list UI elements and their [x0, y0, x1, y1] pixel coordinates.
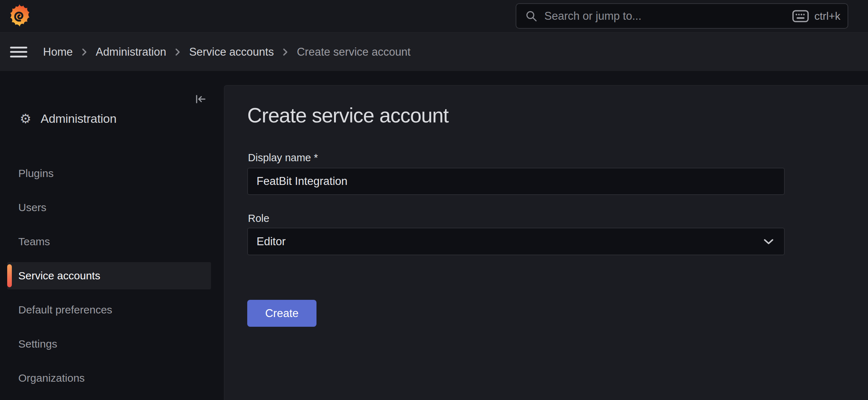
sidebar-item-organizations[interactable]: Organizations [7, 364, 211, 392]
sidebar-item-default-preferences[interactable]: Default preferences [7, 296, 211, 324]
sidebar-item-users[interactable]: Users [7, 194, 211, 221]
gear-icon: ⚙ [20, 112, 31, 125]
collapse-sidebar-button[interactable] [193, 91, 208, 107]
grafana-app-window: ctrl+k Home Administration Service accou… [0, 0, 868, 400]
grafana-logo-icon[interactable] [9, 3, 29, 28]
dock-left-icon [194, 92, 207, 106]
breadcrumb-home[interactable]: Home [43, 46, 73, 59]
sidebar-item-service-accounts[interactable]: Service accounts [7, 262, 211, 289]
shortcut-label: ctrl+k [814, 10, 840, 22]
global-search-box[interactable]: ctrl+k [516, 3, 848, 29]
sidebar-item-plugins[interactable]: Plugins [7, 160, 211, 187]
main-content-panel: Create service account Display name * Ro… [224, 85, 868, 400]
sidebar-item-settings[interactable]: Settings [7, 330, 211, 358]
chevron-down-icon [763, 238, 775, 246]
sidebar-item-teams[interactable]: Teams [7, 228, 211, 255]
breadcrumb-toolbar: Home Administration Service accounts Cre… [0, 33, 868, 71]
role-label: Role [248, 213, 269, 224]
create-button[interactable]: Create [247, 300, 316, 327]
breadcrumb: Home Administration Service accounts Cre… [43, 46, 410, 59]
role-select[interactable]: Editor [247, 228, 785, 255]
chevron-right-icon [174, 47, 182, 57]
display-name-label: Display name * [248, 152, 318, 164]
sidebar-section-title: Administration [41, 112, 116, 126]
search-input[interactable] [544, 9, 792, 23]
display-name-field[interactable] [247, 168, 785, 195]
search-shortcut: ctrl+k [792, 10, 840, 22]
page-title: Create service account [247, 103, 449, 127]
top-navigation-bar: ctrl+k [0, 0, 868, 33]
menu-toggle-button[interactable] [10, 47, 27, 57]
keyboard-icon [792, 10, 809, 22]
role-selected-value: Editor [257, 235, 286, 248]
breadcrumb-current-page: Create service account [297, 46, 410, 59]
sidebar-section-header[interactable]: ⚙ Administration [20, 112, 117, 126]
administration-sidebar: ⚙ Administration Plugins Users Teams Ser… [0, 71, 224, 400]
search-icon [525, 10, 538, 23]
chevron-right-icon [80, 47, 88, 57]
chevron-right-icon [281, 47, 289, 57]
hamburger-icon [10, 47, 27, 48]
breadcrumb-administration[interactable]: Administration [96, 46, 166, 59]
breadcrumb-service-accounts[interactable]: Service accounts [189, 46, 274, 59]
sidebar-nav: Plugins Users Teams Service accounts Def… [7, 160, 211, 399]
